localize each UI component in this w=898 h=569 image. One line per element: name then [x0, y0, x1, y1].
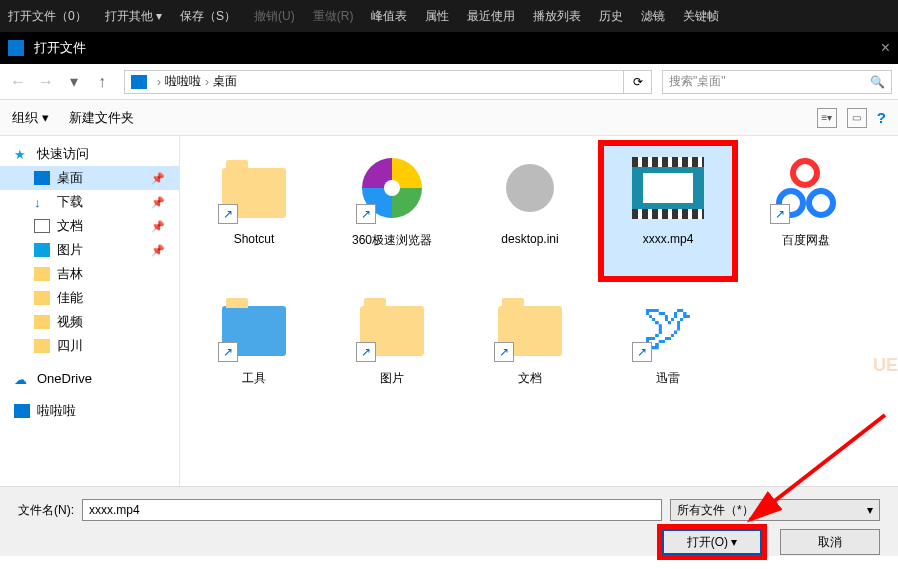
shortcut-icon: ↗ [632, 342, 652, 362]
menu-keyframes[interactable]: 关键帧 [683, 8, 719, 25]
menu-open-other[interactable]: 打开其他 ▾ [105, 8, 162, 25]
file-label: 百度网盘 [782, 232, 830, 249]
shortcut-icon: ↗ [218, 342, 238, 362]
file-label: 文档 [518, 370, 542, 387]
menu-open-file[interactable]: 打开文件（0） [8, 8, 87, 25]
sidebar-item-label: 视频 [57, 313, 83, 331]
cancel-button[interactable]: 取消 [780, 529, 880, 555]
close-button[interactable]: × [881, 39, 890, 57]
document-icon [34, 219, 50, 233]
search-icon: 🔍 [870, 75, 885, 89]
help-button[interactable]: ? [877, 109, 886, 126]
sidebar-jilin[interactable]: 吉林 [0, 262, 179, 286]
file-item-baidu[interactable]: ↗ 百度网盘 [742, 146, 870, 276]
open-button[interactable]: 打开(O) ▾ [662, 529, 762, 555]
file-item-xunlei[interactable]: 🕊↗ 迅雷 [604, 284, 732, 414]
filetype-select[interactable]: 所有文件（*） ▾ [670, 499, 880, 521]
refresh-button[interactable]: ⟳ [623, 71, 651, 93]
menu-undo: 撤销(U) [254, 8, 295, 25]
chevron-down-icon: ▾ [867, 503, 873, 517]
file-label: 工具 [242, 370, 266, 387]
sidebar-item-label: 图片 [57, 241, 83, 259]
shortcut-icon: ↗ [770, 204, 790, 224]
file-item-video-selected[interactable]: xxxx.mp4 [604, 146, 732, 276]
button-label: 打开(O) [687, 534, 728, 551]
sidebar-item-label: 啦啦啦 [37, 402, 76, 420]
pc-icon [131, 75, 147, 89]
sidebar-item-label: 四川 [57, 337, 83, 355]
file-item-documents[interactable]: ↗ 文档 [466, 284, 594, 414]
file-label: 360极速浏览器 [352, 232, 432, 249]
menu-save[interactable]: 保存（S） [180, 8, 236, 25]
sidebar-downloads[interactable]: ↓下载 📌 [0, 190, 179, 214]
breadcrumb-user[interactable]: 啦啦啦 [165, 73, 201, 90]
view-options-button[interactable]: ≡▾ [817, 108, 837, 128]
file-label: 迅雷 [656, 370, 680, 387]
folder-icon [34, 267, 50, 281]
download-icon: ↓ [34, 195, 50, 209]
menu-playlist[interactable]: 播放列表 [533, 8, 581, 25]
sidebar-this-pc[interactable]: 啦啦啦 [0, 399, 179, 423]
file-grid[interactable]: ↗ Shotcut ↗ 360极速浏览器 desktop.ini xxxx.mp… [180, 136, 898, 486]
filename-label: 文件名(N): [18, 502, 74, 519]
split-down-icon: ▾ [731, 535, 737, 549]
toolbar: 组织 ▾ 新建文件夹 ≡▾ ▭ ? [0, 100, 898, 136]
sidebar-item-label: OneDrive [37, 371, 92, 386]
file-item-tools[interactable]: ↗ 工具 [190, 284, 318, 414]
file-item-desktop-ini[interactable]: desktop.ini [466, 146, 594, 276]
file-item-pictures[interactable]: ↗ 图片 [328, 284, 456, 414]
breadcrumb-location[interactable]: 桌面 [213, 73, 237, 90]
sidebar-documents[interactable]: 文档 📌 [0, 214, 179, 238]
menu-properties[interactable]: 属性 [425, 8, 449, 25]
forward-button[interactable]: → [34, 70, 58, 94]
sidebar-item-label: 文档 [57, 217, 83, 235]
sidebar-video[interactable]: 视频 [0, 310, 179, 334]
sidebar-sichuan[interactable]: 四川 [0, 334, 179, 358]
chevron-right-icon: › [205, 75, 209, 89]
file-item-360browser[interactable]: ↗ 360极速浏览器 [328, 146, 456, 276]
filename-input[interactable] [82, 499, 662, 521]
menu-history[interactable]: 历史 [599, 8, 623, 25]
sidebar-pictures[interactable]: 图片 📌 [0, 238, 179, 262]
shortcut-icon: ↗ [356, 204, 376, 224]
file-label: 图片 [380, 370, 404, 387]
menu-peak-meter[interactable]: 峰值表 [371, 8, 407, 25]
sidebar-onedrive[interactable]: ☁ OneDrive [0, 368, 179, 389]
sidebar-jianeng[interactable]: 佳能 [0, 286, 179, 310]
sidebar-item-label: 快速访问 [37, 145, 89, 163]
sidebar-item-label: 吉林 [57, 265, 83, 283]
file-item-shotcut[interactable]: ↗ Shotcut [190, 146, 318, 276]
shortcut-icon: ↗ [494, 342, 514, 362]
up-button[interactable]: ↑ [90, 70, 114, 94]
sidebar-quick-access[interactable]: ★ 快速访问 [0, 142, 179, 166]
file-label: Shotcut [234, 232, 275, 246]
folder-icon [34, 339, 50, 353]
back-button[interactable]: ← [6, 70, 30, 94]
filetype-label: 所有文件（*） [677, 502, 754, 519]
cloud-icon: ☁ [14, 372, 30, 386]
watermark: UE [873, 355, 898, 376]
breadcrumb[interactable]: › 啦啦啦 › 桌面 ⟳ [124, 70, 652, 94]
new-folder-button[interactable]: 新建文件夹 [69, 109, 134, 127]
app-icon [8, 40, 24, 56]
sidebar-item-label: 桌面 [57, 169, 83, 187]
menu-filters[interactable]: 滤镜 [641, 8, 665, 25]
sidebar-item-label: 佳能 [57, 289, 83, 307]
organize-button[interactable]: 组织 ▾ [12, 109, 49, 127]
menu-recent[interactable]: 最近使用 [467, 8, 515, 25]
pin-icon: 📌 [151, 196, 165, 209]
sidebar-desktop[interactable]: 桌面 📌 [0, 166, 179, 190]
shortcut-icon: ↗ [218, 204, 238, 224]
preview-pane-button[interactable]: ▭ [847, 108, 867, 128]
monitor-icon [34, 171, 50, 185]
dropdown-history-button[interactable]: ▾ [62, 70, 86, 94]
pin-icon: 📌 [151, 244, 165, 257]
sidebar: ★ 快速访问 桌面 📌 ↓下载 📌 文档 📌 图片 📌 吉林 佳能 视频 四 [0, 136, 180, 486]
pin-icon: 📌 [151, 172, 165, 185]
menu-redo: 重做(R) [313, 8, 354, 25]
search-input[interactable]: 搜索"桌面" 🔍 [662, 70, 892, 94]
search-placeholder: 搜索"桌面" [669, 73, 726, 90]
shortcut-icon: ↗ [356, 342, 376, 362]
picture-icon [34, 243, 50, 257]
file-label: desktop.ini [501, 232, 558, 246]
